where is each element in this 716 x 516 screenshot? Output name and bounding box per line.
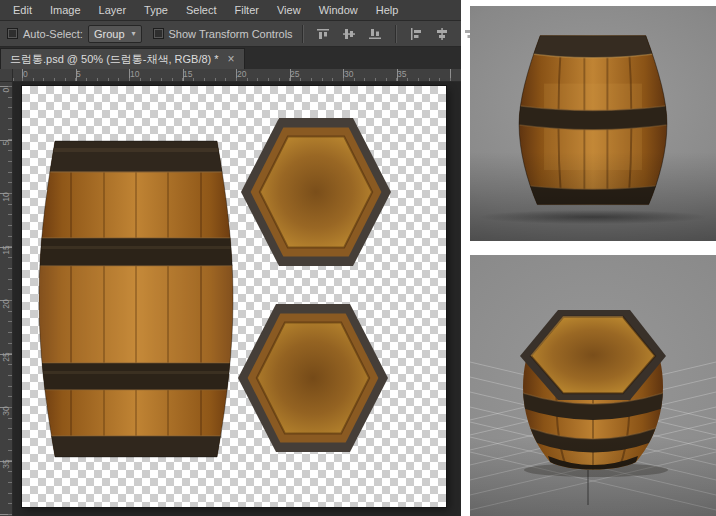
photoshop-window: Edit Image Layer Type Select Filter View… — [0, 0, 461, 516]
viewport-3d-top[interactable] — [470, 255, 716, 516]
menu-item-select[interactable]: Select — [177, 0, 226, 21]
group-dropdown[interactable]: Group ▾ — [88, 25, 142, 43]
menu-item-view[interactable]: View — [268, 0, 310, 21]
close-icon[interactable]: × — [228, 53, 235, 65]
barrel-lid-top-texture — [240, 113, 392, 271]
document-tab-bar: 드럼통.psd @ 50% (드럼통-채색, RGB/8) * × — [0, 47, 461, 69]
ruler-label: 0 — [23, 70, 28, 79]
chevron-down-icon: ▾ — [132, 29, 136, 38]
document-tab-title: 드럼통.psd @ 50% (드럼통-채색, RGB/8) * — [10, 52, 219, 67]
menu-item-layer[interactable]: Layer — [90, 0, 136, 21]
options-bar: Auto-Select: Group ▾ Show Transform Cont… — [0, 21, 461, 47]
align-bottom-edges-icon[interactable] — [365, 24, 386, 43]
horizontal-ruler: 0 5 10 15 20 25 30 35 — [13, 69, 461, 82]
ruler-label: 25 — [290, 70, 299, 79]
barrel-lid-bottom-texture — [237, 297, 389, 459]
align-vertical-centers-icon[interactable] — [339, 24, 360, 43]
align-top-edges-icon[interactable] — [313, 24, 334, 43]
vertical-ruler: 0 5 10 15 20 25 30 35 — [0, 82, 13, 516]
barrel-3d-top — [518, 299, 668, 481]
pasteboard — [13, 82, 461, 516]
ruler-label: 5 — [0, 130, 12, 156]
ruler-label: 30 — [0, 398, 12, 424]
separator — [395, 25, 397, 43]
menu-item-window[interactable]: Window — [310, 0, 367, 21]
ruler-label: 10 — [130, 70, 139, 79]
menu-item-edit[interactable]: Edit — [4, 0, 41, 21]
ruler-label: 30 — [344, 70, 353, 79]
viewport-3d-front[interactable] — [470, 6, 716, 241]
ruler-label: 15 — [183, 70, 192, 79]
document-tab[interactable]: 드럼통.psd @ 50% (드럼통-채색, RGB/8) * × — [0, 48, 245, 69]
show-transform-checkbox[interactable] — [153, 28, 164, 39]
auto-select-checkbox[interactable] — [7, 28, 18, 39]
auto-select-label: Auto-Select: — [23, 28, 83, 40]
document-canvas[interactable] — [22, 86, 446, 507]
ruler-label: 35 — [397, 70, 406, 79]
menu-item-filter[interactable]: Filter — [226, 0, 268, 21]
ruler-label: 10 — [0, 184, 12, 210]
barrel-side-texture — [38, 138, 234, 460]
barrel-3d-front — [508, 26, 678, 218]
group-dropdown-value: Group — [94, 28, 125, 40]
ruler-label: 15 — [0, 237, 12, 263]
menu-bar: Edit Image Layer Type Select Filter View… — [0, 0, 461, 21]
align-horizontal-centers-icon[interactable] — [432, 24, 453, 43]
align-left-edges-icon[interactable] — [406, 24, 427, 43]
ruler-label: 20 — [237, 70, 246, 79]
menu-item-type[interactable]: Type — [135, 0, 177, 21]
ruler-label: 35 — [0, 451, 12, 477]
ruler-label: 5 — [76, 70, 81, 79]
ruler-label: 25 — [0, 344, 12, 370]
show-transform-label: Show Transform Controls — [169, 28, 293, 40]
menu-item-image[interactable]: Image — [41, 0, 90, 21]
menu-item-help[interactable]: Help — [367, 0, 408, 21]
ruler-label: 20 — [0, 291, 12, 317]
separator — [302, 25, 304, 43]
ruler-label: 0 — [0, 77, 12, 103]
